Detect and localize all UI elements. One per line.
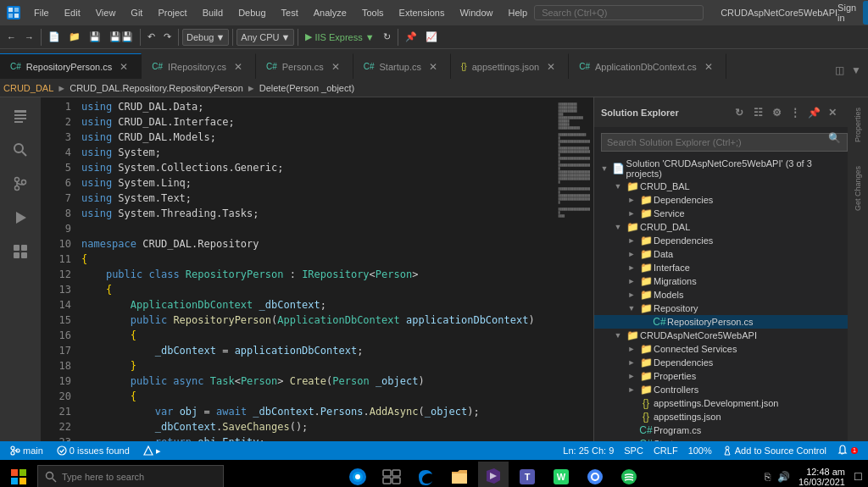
- tree-api-deps[interactable]: ► 📁 Dependencies: [594, 356, 848, 369]
- tree-cruddal-migrations[interactable]: ► 📁 Migrations: [594, 274, 848, 288]
- tree-crud-api[interactable]: ▼ 📁 CRUDAspNetCore5WebAPI: [594, 329, 848, 342]
- se-pin-button[interactable]: 📌: [805, 104, 822, 121]
- path-project[interactable]: CRUD_DAL: [3, 83, 53, 93]
- signin-button[interactable]: Sign in: [837, 3, 856, 23]
- forward-button[interactable]: →: [21, 28, 37, 47]
- menu-git[interactable]: Git: [124, 6, 149, 19]
- tab-more-button[interactable]: ▼: [848, 62, 865, 79]
- refresh-button[interactable]: ↻: [380, 28, 394, 47]
- tree-program-cs[interactable]: C# Program.cs: [594, 423, 848, 437]
- tab-close-irepository[interactable]: ✕: [231, 60, 245, 74]
- getchanges-label[interactable]: Get Changes: [852, 163, 864, 214]
- solution-explorer-search[interactable]: [601, 133, 848, 152]
- attach-button[interactable]: 📌: [402, 28, 420, 47]
- taskbar-teams[interactable]: T: [512, 462, 542, 487]
- se-more-button[interactable]: ⋮: [787, 104, 804, 121]
- menu-build[interactable]: Build: [196, 6, 230, 19]
- activity-debug[interactable]: [5, 202, 36, 233]
- tree-startup-cs[interactable]: C# Startup.cs: [594, 437, 848, 441]
- tree-crudbal-service[interactable]: ► 📁 Service: [594, 207, 848, 220]
- tab-person[interactable]: C# Person.cs ✕: [256, 53, 353, 79]
- path-namespace[interactable]: CRUD_DAL.Repository.RepositoryPerson: [70, 83, 243, 93]
- tab-split-button[interactable]: ◫: [831, 62, 848, 79]
- tree-api-controllers[interactable]: ► 📁 Controllers: [594, 383, 848, 396]
- back-button[interactable]: ←: [3, 28, 19, 47]
- status-bell[interactable]: 1: [833, 445, 861, 457]
- menu-file[interactable]: File: [27, 6, 56, 19]
- debug-config-dropdown[interactable]: Debug ▼: [182, 29, 229, 46]
- tree-api-properties[interactable]: ► 📁 Properties: [594, 369, 848, 383]
- status-zoom[interactable]: 100%: [685, 445, 715, 457]
- se-close-button[interactable]: ✕: [824, 104, 841, 121]
- solution-root[interactable]: ▼ 📄 Solution 'CRUDAspNetCore5WebAPI' (3 …: [594, 158, 848, 180]
- status-cursor[interactable]: Ln: 25 Ch: 9: [559, 445, 617, 457]
- tree-appsettings-dev[interactable]: {} appsettings.Development.json: [594, 396, 848, 410]
- taskbar-whatsapp[interactable]: W: [546, 462, 576, 487]
- save-button[interactable]: 💾: [86, 28, 104, 47]
- menu-project[interactable]: Project: [151, 6, 193, 19]
- status-warning-icon[interactable]: ▸: [140, 445, 164, 457]
- tree-crud-bal[interactable]: ▼ 📁 CRUD_BAL: [594, 180, 848, 193]
- search-input[interactable]: [534, 5, 704, 20]
- tab-close-startup[interactable]: ✕: [426, 60, 440, 74]
- menu-debug[interactable]: Debug: [231, 6, 272, 19]
- tree-appsettings-json[interactable]: {} appsettings.json: [594, 410, 848, 423]
- taskbar-taskview[interactable]: [376, 462, 407, 487]
- tab-close-appsettings[interactable]: ✕: [544, 60, 558, 74]
- run-button[interactable]: ▶ IIS Express ▼: [302, 28, 377, 47]
- properties-label[interactable]: Properties: [852, 104, 864, 146]
- tree-cruddal-repository[interactable]: ▼ 📁 Repository: [594, 302, 848, 315]
- activity-git[interactable]: [5, 169, 36, 199]
- tray-volume[interactable]: 🔊: [776, 469, 792, 484]
- menu-window[interactable]: Window: [453, 6, 499, 19]
- taskbar-spotify[interactable]: [614, 462, 644, 487]
- tab-close-person[interactable]: ✕: [329, 60, 342, 74]
- menu-help[interactable]: Help: [502, 6, 535, 19]
- tray-notification[interactable]: ☐: [852, 469, 865, 484]
- tree-cruddal-interface[interactable]: ► 📁 Interface: [594, 261, 848, 274]
- tray-network[interactable]: ⎘: [763, 469, 772, 484]
- save-all-button[interactable]: 💾💾: [106, 28, 136, 47]
- status-line-ending[interactable]: CRLF: [650, 445, 682, 457]
- platform-dropdown[interactable]: Any CPU ▼: [236, 29, 294, 46]
- code-editor[interactable]: using CRUD_DAL.Data; using CRUD_DAL.Inte…: [75, 97, 549, 441]
- performance-button[interactable]: 📈: [422, 28, 441, 47]
- menu-analyze[interactable]: Analyze: [307, 6, 353, 19]
- taskbar-chrome[interactable]: [580, 462, 610, 487]
- tab-repositoryperson[interactable]: C# RepositoryPerson.cs ✕: [0, 53, 142, 79]
- redo-button[interactable]: ↷: [160, 28, 175, 47]
- tree-repositoryperson-cs[interactable]: C# RepositoryPerson.cs: [594, 315, 848, 329]
- open-button[interactable]: 📁: [65, 28, 84, 47]
- tab-irepository[interactable]: C# IRepository.cs ✕: [142, 53, 256, 79]
- tab-applicationdbcontext[interactable]: C# ApplicationDbContext.cs ✕: [569, 53, 726, 79]
- taskbar-cortana[interactable]: [342, 462, 373, 487]
- menu-test[interactable]: Test: [275, 6, 305, 19]
- clock[interactable]: 12:48 am 16/03/2021: [795, 465, 849, 487]
- status-encoding[interactable]: SPC: [620, 445, 647, 457]
- taskbar-search[interactable]: Type here to search: [37, 465, 224, 487]
- se-sync-button[interactable]: ↻: [731, 104, 748, 121]
- se-filter-button[interactable]: ☷: [749, 104, 766, 121]
- menu-view[interactable]: View: [89, 6, 123, 19]
- tab-close-repositoryperson[interactable]: ✕: [117, 60, 131, 74]
- activity-search[interactable]: [5, 135, 36, 165]
- tree-api-connectedservices[interactable]: ► 📁 Connected Services: [594, 342, 848, 356]
- tree-cruddal-models[interactable]: ► 📁 Models: [594, 288, 848, 302]
- tree-crud-dal[interactable]: ▼ 📁 CRUD_DAL: [594, 220, 848, 234]
- tree-crudbal-deps[interactable]: ► 📁 Dependencies: [594, 193, 848, 207]
- path-method[interactable]: Delete(Person _object): [259, 83, 355, 93]
- tab-appsettings[interactable]: {} appsettings.json ✕: [451, 53, 569, 79]
- tree-cruddal-data[interactable]: ► 📁 Data: [594, 247, 848, 261]
- status-notification[interactable]: Add to Source Control: [719, 445, 830, 457]
- status-git[interactable]: main: [7, 445, 47, 456]
- menu-edit[interactable]: Edit: [58, 6, 87, 19]
- tab-startup[interactable]: C# Startup.cs ✕: [353, 53, 451, 79]
- liveshare-button[interactable]: 1 Live Share: [863, 1, 868, 25]
- activity-explorer[interactable]: [5, 101, 36, 131]
- taskbar-explorer[interactable]: [444, 462, 475, 487]
- status-issues[interactable]: 0 issues found: [53, 445, 133, 456]
- undo-button[interactable]: ↶: [144, 28, 159, 47]
- taskbar-edge[interactable]: [410, 462, 441, 487]
- tree-cruddal-deps[interactable]: ► 📁 Dependencies: [594, 234, 848, 247]
- se-settings-button[interactable]: ⚙: [768, 104, 785, 121]
